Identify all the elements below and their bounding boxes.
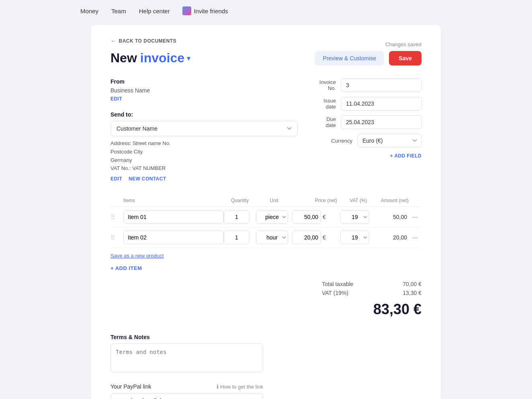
paypal-label: Your PayPal link	[110, 383, 151, 390]
amount-value: 20,00	[376, 234, 409, 241]
currency-symbol: €	[323, 234, 326, 241]
drag-handle-icon[interactable]: ⠿	[110, 234, 123, 241]
due-date-label: Due date	[317, 116, 341, 128]
vat-cell: 19 7 0	[340, 231, 376, 244]
address-line3: Germany	[110, 156, 298, 165]
amount-value: 50,00	[376, 214, 409, 220]
form-right: Invoice No. Issue date Due date Currency…	[317, 78, 422, 182]
save-product-link[interactable]: Save as a new product	[110, 253, 164, 259]
taxable-row: Total taxable 70,00 €	[110, 281, 422, 287]
send-to-edit-link[interactable]: EDIT	[110, 176, 122, 182]
currency-select[interactable]: Euro (€)	[357, 134, 422, 147]
issue-date-label: Issue date	[317, 98, 341, 110]
more-options-button[interactable]: ···	[409, 233, 422, 242]
title-invoice: invoice	[140, 51, 184, 65]
paypal-header-row: Your PayPal link ℹ How to get the link	[110, 383, 263, 390]
col-header-unit: Unit	[256, 198, 292, 203]
header-row: New invoice ▾ Preview & Customise Save	[110, 51, 422, 65]
col-header-item: Items	[110, 198, 224, 203]
paypal-input[interactable]	[110, 393, 263, 399]
new-contact-link[interactable]: NEW CONTACT	[129, 176, 166, 182]
paypal-section: Your PayPal link ℹ How to get the link ✕	[110, 383, 422, 399]
address-line1: Address: Street name No.	[110, 139, 298, 148]
nav-help-center[interactable]: Help center	[139, 8, 170, 14]
table-row: ⠿ piece hour day € 19 7 0	[110, 207, 422, 227]
contact-actions: EDIT NEW CONTACT	[110, 176, 298, 182]
issue-date-input[interactable]	[341, 97, 422, 110]
taxable-value: 70,00 €	[389, 281, 422, 287]
title-area: New invoice ▾	[110, 51, 190, 65]
form-left: From Business Name EDIT Send to: Custome…	[110, 78, 298, 182]
nav-money[interactable]: Money	[80, 8, 98, 14]
save-product-area: Save as a new product	[110, 251, 422, 259]
nav-invite-friends[interactable]: Invite friends	[182, 6, 228, 15]
add-item-button[interactable]: + ADD ITEM	[110, 265, 142, 271]
save-button[interactable]: Save	[389, 51, 422, 65]
col-header-vat: VAT (%)	[340, 198, 376, 203]
currency-symbol: €	[323, 214, 326, 220]
items-section: Items Quantity Unit Price (net) VAT (%) …	[110, 198, 422, 271]
more-options-button[interactable]: ···	[409, 213, 422, 221]
changes-saved-status: Changes saved	[385, 41, 422, 47]
issue-date-row: Issue date	[317, 97, 422, 110]
vat-cell: 19 7 0	[340, 210, 376, 224]
address-block: Address: Street name No. Postcode City G…	[110, 139, 298, 173]
invoice-no-row: Invoice No.	[317, 78, 422, 92]
chevron-down-icon[interactable]: ▾	[187, 54, 190, 63]
drag-handle-icon[interactable]: ⠿	[110, 213, 123, 221]
add-field-link[interactable]: + ADD FIELD	[390, 153, 422, 159]
totals-section: Total taxable 70,00 € VAT (19%) 13,30 € …	[110, 281, 422, 318]
customer-select-wrap: Customer Name	[110, 121, 298, 136]
invite-icon	[182, 6, 191, 15]
header-buttons: Preview & Customise Save	[315, 51, 422, 65]
title-new: New	[110, 51, 137, 65]
form-layout: From Business Name EDIT Send to: Custome…	[110, 78, 422, 182]
price-cell: €	[292, 231, 340, 244]
vat-label: VAT (19%)	[322, 290, 370, 296]
price-input[interactable]	[292, 231, 321, 244]
item-name-input[interactable]	[123, 231, 224, 244]
item-name-input[interactable]	[123, 210, 224, 224]
grand-total: 83,30 €	[110, 301, 422, 318]
currency-label: Currency	[317, 138, 357, 144]
preview-customise-button[interactable]: Preview & Customise	[315, 51, 384, 65]
col-header-amount: Amount (net)	[376, 198, 409, 203]
add-field-row: + ADD FIELD	[317, 152, 422, 159]
vat-select[interactable]: 19 7 0	[340, 231, 369, 244]
main-card: ← BACK TO DOCUMENTS Changes saved New in…	[91, 25, 441, 399]
table-row: ⠿ hour piece day € 19 7 0	[110, 227, 422, 248]
quantity-input[interactable]	[224, 210, 250, 224]
col-header-qty: Quantity	[224, 198, 256, 203]
clear-paypal-button[interactable]: ✕	[254, 397, 259, 399]
due-date-row: Due date	[317, 115, 422, 129]
vat-row: VAT (19%) 13,30 €	[110, 290, 422, 296]
vat-value: 13,30 €	[389, 290, 422, 296]
terms-label: Terms & Notes	[110, 334, 422, 340]
paypal-input-wrap: ✕	[110, 393, 263, 399]
back-arrow-icon: ←	[110, 38, 117, 44]
customer-select[interactable]: Customer Name	[110, 121, 298, 136]
taxable-label: Total taxable	[322, 281, 370, 287]
info-icon: ℹ	[217, 384, 219, 390]
invoice-no-input[interactable]	[341, 78, 422, 92]
how-to-get-link[interactable]: ℹ How to get the link	[217, 384, 263, 390]
back-to-documents[interactable]: ← BACK TO DOCUMENTS	[110, 38, 176, 44]
quantity-input[interactable]	[224, 231, 250, 244]
currency-row: Currency Euro (€)	[317, 134, 422, 147]
invoice-no-label: Invoice No.	[317, 79, 341, 91]
items-table-header: Items Quantity Unit Price (net) VAT (%) …	[110, 198, 422, 207]
due-date-input[interactable]	[341, 115, 422, 129]
send-to-label: Send to:	[110, 111, 298, 118]
business-name: Business Name	[110, 87, 298, 94]
from-edit-link[interactable]: EDIT	[110, 96, 122, 102]
unit-cell: piece hour day	[256, 210, 292, 224]
price-input[interactable]	[292, 210, 321, 224]
col-header-price: Price (net)	[292, 198, 340, 203]
unit-select[interactable]: hour piece day	[256, 231, 288, 244]
terms-textarea[interactable]	[110, 344, 263, 372]
nav-team[interactable]: Team	[111, 8, 126, 14]
address-line2: Postcode City	[110, 148, 298, 156]
vat-select[interactable]: 19 7 0	[340, 210, 369, 224]
unit-select[interactable]: piece hour day	[256, 210, 288, 224]
top-nav: Money Team Help center Invite friends	[0, 0, 532, 22]
